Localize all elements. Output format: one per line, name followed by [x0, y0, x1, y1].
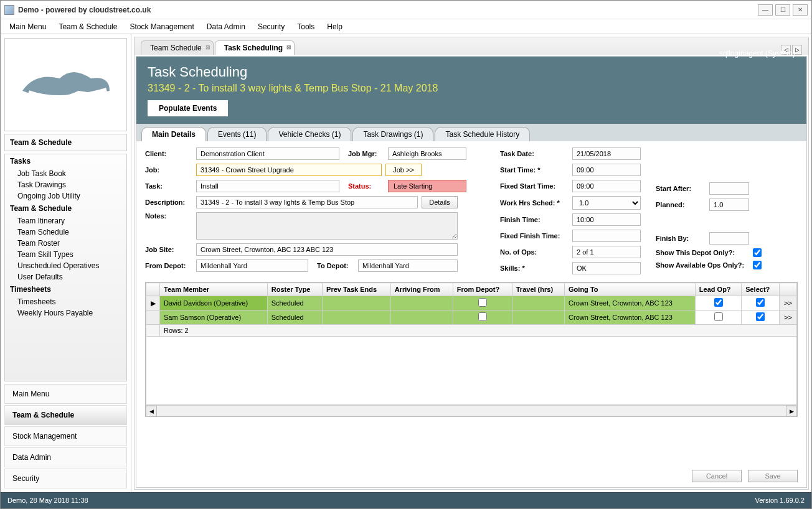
subtab-events[interactable]: Events (11)	[207, 127, 267, 141]
noops-label: No. of Ops:	[500, 248, 569, 256]
scroll-left-icon[interactable]: ◀	[146, 406, 157, 417]
populate-events-button[interactable]: Populate Events	[148, 100, 228, 116]
close-icon[interactable]: ⊠	[205, 44, 210, 50]
client-field[interactable]	[196, 147, 339, 160]
cell-going: Crown Street, Crownton, ABC 123	[565, 311, 696, 325]
subtab-vehicle-checks[interactable]: Vehicle Checks (1)	[268, 127, 351, 141]
fixedfinish-label: Fixed Finish Time:	[500, 232, 569, 240]
cell-travel	[512, 311, 564, 325]
fromdepot-checkbox[interactable]	[478, 312, 487, 321]
select-checkbox[interactable]	[756, 312, 765, 321]
menu-help[interactable]: Help	[322, 21, 347, 32]
todepot-field[interactable]	[358, 259, 458, 272]
nav-task-drawings[interactable]: Task Drawings	[5, 179, 126, 190]
job-goto-button[interactable]: Job >>	[385, 164, 422, 176]
fixedstart-field[interactable]	[572, 180, 641, 192]
lead-checkbox[interactable]	[714, 312, 723, 321]
grid-header-prev[interactable]: Prev Task Ends	[323, 283, 391, 296]
subtab-history[interactable]: Task Schedule History	[435, 127, 530, 141]
menu-data[interactable]: Data Admin	[202, 21, 250, 32]
row-more-button[interactable]: >>	[780, 296, 797, 311]
noops-field[interactable]	[572, 246, 641, 258]
cell-member[interactable]: David Davidson (Operative)	[160, 296, 268, 311]
skills-field[interactable]	[572, 262, 641, 274]
planned-field[interactable]	[709, 198, 749, 211]
grid-header-roster[interactable]: Roster Type	[267, 283, 322, 296]
cell-select[interactable]	[742, 296, 780, 311]
bn-main-menu[interactable]: Main Menu	[4, 384, 127, 404]
grid-header-arriving[interactable]: Arriving From	[390, 283, 453, 296]
nav-team-skill-types[interactable]: Team Skill Types	[5, 249, 126, 260]
finishtime-label: Finish Time:	[500, 216, 569, 223]
finishtime-field[interactable]	[572, 213, 641, 226]
nav-ongoing-job-utility[interactable]: Ongoing Job Utility	[5, 190, 126, 202]
cell-lead[interactable]	[695, 296, 741, 311]
tab-task-scheduling[interactable]: Task Scheduling⊠	[215, 40, 295, 55]
jobsite-field[interactable]	[196, 243, 458, 256]
nav-timesheets[interactable]: Timesheets	[5, 296, 126, 307]
grid-header-fromdepot[interactable]: From Depot?	[453, 283, 512, 296]
maximize-button[interactable]: ☐	[775, 4, 790, 16]
grid-header-select[interactable]: Select?	[742, 283, 780, 296]
select-checkbox[interactable]	[756, 298, 765, 307]
job-field[interactable]	[196, 164, 382, 176]
menu-team[interactable]: Team & Schedule	[54, 21, 122, 32]
cell-fromdepot[interactable]	[453, 296, 512, 311]
nav-team-schedule[interactable]: Team Schedule	[5, 226, 126, 238]
close-button[interactable]: ✕	[793, 4, 808, 16]
scroll-right-icon[interactable]: ▶	[786, 406, 797, 417]
minimize-button[interactable]: —	[758, 4, 773, 16]
grid-header-member[interactable]: Team Member	[160, 283, 268, 296]
startafter-field[interactable]	[709, 182, 749, 195]
description-field[interactable]	[196, 196, 418, 208]
nav-team-roster[interactable]: Team Roster	[5, 238, 126, 249]
cell-travel	[512, 296, 564, 311]
row-more-button[interactable]: >>	[780, 311, 797, 325]
nav-team-itinerary[interactable]: Team Itinerary	[5, 215, 126, 226]
showavail-checkbox[interactable]	[753, 261, 762, 269]
grid-header-going[interactable]: Going To	[565, 283, 696, 296]
menu-main[interactable]: Main Menu	[4, 21, 51, 32]
notes-field[interactable]	[196, 212, 458, 240]
grid-header-travel[interactable]: Travel (hrs)	[512, 283, 564, 296]
grid-header-lead[interactable]: Lead Op?	[695, 283, 741, 296]
nav-panel: Tasks Job Task Book Task Drawings Ongoin…	[4, 154, 127, 381]
grid-hscrollbar[interactable]: ◀ ▶	[146, 405, 797, 416]
nav-unscheduled-operatives[interactable]: Unscheduled Operatives	[5, 260, 126, 271]
subtab-main-details[interactable]: Main Details	[141, 127, 206, 141]
bn-security[interactable]: Security	[4, 469, 127, 488]
finishby-field[interactable]	[709, 232, 749, 245]
bn-stock-management[interactable]: Stock Management	[4, 426, 127, 446]
menu-tools[interactable]: Tools	[292, 21, 319, 32]
tab-team-schedule[interactable]: Team Schedule⊠	[141, 40, 214, 55]
fixedfinish-field[interactable]	[572, 230, 641, 242]
starttime-field[interactable]	[572, 164, 641, 176]
menu-security[interactable]: Security	[253, 21, 290, 32]
save-button[interactable]: Save	[748, 470, 798, 482]
nav-user-defaults[interactable]: User Defaults	[5, 271, 126, 283]
menu-stock[interactable]: Stock Management	[125, 21, 199, 32]
table-row[interactable]: ▶ David Davidson (Operative) Scheduled C…	[146, 296, 797, 311]
close-icon[interactable]: ⊠	[286, 44, 291, 50]
details-button[interactable]: Details	[422, 196, 458, 208]
table-row[interactable]: Sam Samson (Operative) Scheduled Crown S…	[146, 311, 797, 325]
cell-select[interactable]	[742, 311, 780, 325]
cancel-button[interactable]: Cancel	[692, 470, 742, 482]
task-field[interactable]	[196, 180, 339, 192]
bn-data-admin[interactable]: Data Admin	[4, 447, 127, 467]
nav-weekly-hours[interactable]: Weekly Hours Payable	[5, 307, 126, 319]
workhrs-select[interactable]: 1.0	[572, 196, 641, 210]
jobmgr-field[interactable]	[388, 147, 466, 160]
lead-checkbox[interactable]	[714, 298, 723, 307]
cell-lead[interactable]	[695, 311, 741, 325]
cell-member[interactable]: Sam Samson (Operative)	[160, 311, 268, 325]
cell-fromdepot[interactable]	[453, 311, 512, 325]
bn-team-schedule[interactable]: Team & Schedule	[4, 405, 127, 425]
subtab-task-drawings[interactable]: Task Drawings (1)	[352, 127, 433, 141]
fromdepot-checkbox[interactable]	[478, 298, 487, 307]
nav-job-task-book[interactable]: Job Task Book	[5, 168, 126, 179]
fromdepot-field[interactable]	[196, 259, 308, 272]
statusbar: Demo, 28 May 2018 11:38 Version 1.69.0.2	[1, 492, 811, 508]
showdepot-checkbox[interactable]	[753, 248, 762, 257]
taskdate-field[interactable]	[572, 147, 641, 160]
